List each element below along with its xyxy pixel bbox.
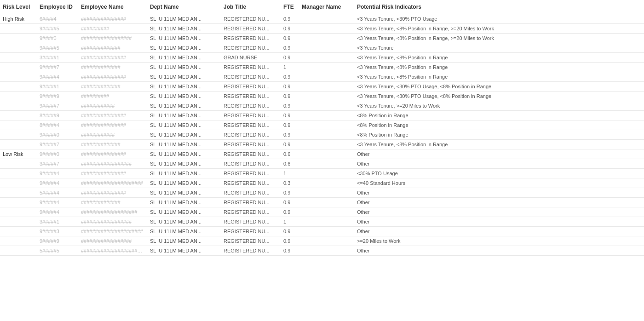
table-row: 8#####9################SL IU 11LM MED AN… (0, 111, 644, 120)
cell-emp-name: ################ (78, 53, 147, 63)
cell-job-title: REGISTERED NU... (221, 24, 281, 34)
cell-risk-level (0, 120, 37, 130)
cell-emp-name: ################## (78, 159, 147, 169)
table-row: 9#####0############SL IU 11LM MED AN...R… (0, 130, 644, 140)
cell-manager-name (299, 92, 354, 101)
cell-dept-name: SL IU 11LM MED AN... (147, 63, 221, 72)
col-header-empname: Employee Name (78, 0, 147, 14)
cell-risk-level (0, 236, 37, 246)
cell-risk-level (0, 92, 37, 101)
cell-job-title: GRAD NURSE (221, 53, 281, 63)
cell-emp-name: ###################### (78, 227, 147, 236)
cell-manager-name (299, 149, 354, 159)
cell-fte: 0.9 (281, 92, 299, 101)
cell-risk-level: Low Risk (0, 149, 37, 159)
cell-emp-name: ############## (78, 140, 147, 149)
cell-dept-name: SL IU 11LM MED AN... (147, 207, 221, 217)
cell-manager-name (299, 207, 354, 217)
cell-job-title: REGISTERED NU... (221, 130, 281, 140)
cell-manager-name (299, 63, 354, 72)
table-row: 5#####4################SL IU 11LM MED AN… (0, 188, 644, 198)
cell-job-title: REGISTERED NU... (221, 82, 281, 92)
col-header-fte: FTE (281, 0, 299, 14)
cell-risk-indicators: <8% Position in Range (354, 130, 644, 140)
cell-dept-name: SL IU 11LM MED AN... (147, 43, 221, 53)
cell-emp-id: 9#####9 (37, 92, 78, 101)
cell-manager-name (299, 140, 354, 149)
cell-job-title: REGISTERED NU... (221, 246, 281, 256)
cell-emp-name: #################### (78, 207, 147, 217)
cell-manager-name (299, 101, 354, 111)
cell-fte: 0.9 (281, 72, 299, 82)
cell-risk-indicators: <3 Years Tenure, <8% Position in Range, … (354, 34, 644, 43)
cell-risk-indicators: <3 Years Tenure, <8% Position in Range (354, 53, 644, 63)
table-row: 9#####7##############SL IU 11LM MED AN..… (0, 63, 644, 72)
table-row: 9#####5##############SL IU 11LM MED AN..… (0, 43, 644, 53)
table-row: 9#####5##########SL IU 11LM MED AN...REG… (0, 24, 644, 34)
cell-emp-name: ########## (78, 92, 147, 101)
cell-risk-indicators: Other (354, 188, 644, 198)
cell-risk-level (0, 207, 37, 217)
cell-risk-level (0, 227, 37, 236)
cell-risk-indicators: Other (354, 227, 644, 236)
cell-job-title: REGISTERED NU... (221, 236, 281, 246)
cell-manager-name (299, 169, 354, 178)
table-row: Low Risk9#####0################SL IU 11L… (0, 149, 644, 159)
cell-emp-id: 9#####7 (37, 101, 78, 111)
cell-fte: 0.9 (281, 120, 299, 130)
cell-fte: 0.3 (281, 178, 299, 188)
cell-manager-name (299, 111, 354, 120)
cell-risk-indicators: <=40 Standard Hours (354, 178, 644, 188)
col-header-dept: Dept Name (147, 0, 221, 14)
cell-risk-indicators: >=20 Miles to Work (354, 236, 644, 246)
table-row: 9#####4################SL IU 11LM MED AN… (0, 169, 644, 178)
cell-emp-id: 9#####4 (37, 72, 78, 82)
cell-manager-name (299, 34, 354, 43)
cell-emp-name: ############## (78, 43, 147, 53)
cell-dept-name: SL IU 11LM MED AN... (147, 159, 221, 169)
cell-dept-name: SL IU 11LM MED AN... (147, 34, 221, 43)
cell-manager-name (299, 53, 354, 63)
cell-emp-name: ############ (78, 101, 147, 111)
cell-risk-level (0, 111, 37, 120)
cell-dept-name: SL IU 11LM MED AN... (147, 92, 221, 101)
cell-risk-level: High Risk (0, 14, 37, 24)
table-row: 9#####4######################SL IU 11LM … (0, 178, 644, 188)
cell-emp-id: 3#####7 (37, 159, 78, 169)
cell-risk-indicators: Other (354, 149, 644, 159)
cell-risk-level (0, 198, 37, 207)
cell-job-title: REGISTERED NU... (221, 198, 281, 207)
cell-dept-name: SL IU 11LM MED AN... (147, 198, 221, 207)
cell-job-title: REGISTERED NU... (221, 92, 281, 101)
cell-dept-name: SL IU 11LM MED AN... (147, 14, 221, 24)
cell-job-title: REGISTERED NU... (221, 227, 281, 236)
cell-emp-name: ################ (78, 188, 147, 198)
cell-risk-indicators: Other (354, 217, 644, 227)
cell-emp-name: ############## (78, 198, 147, 207)
cell-fte: 0.9 (281, 101, 299, 111)
cell-dept-name: SL IU 11LM MED AN... (147, 24, 221, 34)
cell-dept-name: SL IU 11LM MED AN... (147, 101, 221, 111)
cell-risk-indicators: <8% Position in Range (354, 111, 644, 120)
col-header-empid: Employee ID (37, 0, 78, 14)
cell-risk-level (0, 43, 37, 53)
cell-emp-id: 9#####0 (37, 149, 78, 159)
cell-risk-level (0, 188, 37, 198)
cell-emp-name: ################ (78, 149, 147, 159)
cell-dept-name: SL IU 11LM MED AN... (147, 188, 221, 198)
cell-job-title: REGISTERED NU... (221, 188, 281, 198)
cell-emp-name: ################ (78, 111, 147, 120)
cell-manager-name (299, 178, 354, 188)
cell-emp-id: 9#####4 (37, 198, 78, 207)
cell-job-title: REGISTERED NU... (221, 43, 281, 53)
cell-job-title: REGISTERED NU... (221, 217, 281, 227)
cell-emp-name: ############ (78, 130, 147, 140)
cell-job-title: REGISTERED NU... (221, 101, 281, 111)
cell-emp-id: 3#####1 (37, 53, 78, 63)
cell-emp-name: ###################### (78, 178, 147, 188)
cell-risk-indicators: <3 Years Tenure, <30% PTO Usage, <8% Pos… (354, 82, 644, 92)
cell-emp-id: 9#####9 (37, 236, 78, 246)
cell-emp-id: 9#####7 (37, 140, 78, 149)
cell-fte: 0.9 (281, 53, 299, 63)
cell-fte: 1 (281, 217, 299, 227)
